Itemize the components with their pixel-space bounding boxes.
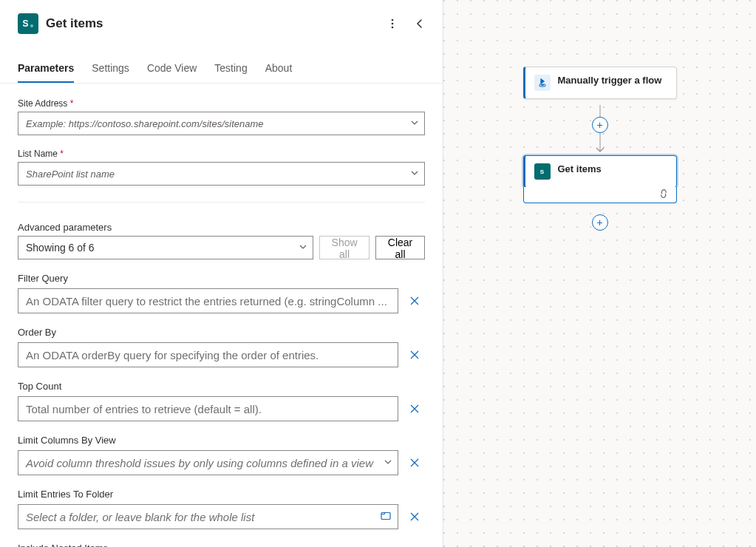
param-top-count: Top Count Total number of entries to ret… xyxy=(18,381,425,421)
order-by-input[interactable]: An ODATA orderBy query for specifying th… xyxy=(18,342,398,367)
action-footer xyxy=(523,187,677,203)
advanced-showing-select[interactable]: Showing 6 of 6 xyxy=(18,236,313,259)
tab-settings[interactable]: Settings xyxy=(92,62,129,83)
add-step-after-button[interactable]: + xyxy=(592,214,608,231)
form-body: Site Address Example: https://contoso.sh… xyxy=(0,84,443,547)
svg-rect-4 xyxy=(381,513,390,520)
tab-code-view[interactable]: Code View xyxy=(147,62,197,83)
remove-top-count-button[interactable] xyxy=(404,398,425,419)
link-icon xyxy=(658,188,669,201)
svg-point-3 xyxy=(392,27,394,29)
remove-order-by-button[interactable] xyxy=(404,344,425,365)
remove-limit-columns-button[interactable] xyxy=(404,452,425,473)
trigger-label: Manually trigger a flow xyxy=(558,75,662,87)
divider xyxy=(18,202,425,203)
remove-filter-query-button[interactable] xyxy=(404,291,425,311)
flow-canvas[interactable]: Manually trigger a flow + S Get items + xyxy=(443,0,756,547)
action-node-selected[interactable]: S Get items xyxy=(523,155,677,188)
panel-title: Get items xyxy=(46,16,384,31)
list-name-input[interactable]: SharePoint list name xyxy=(18,162,425,186)
include-nested-label: Include Nested Items xyxy=(18,543,425,547)
tabs: Parameters Settings Code View Testing Ab… xyxy=(0,35,443,84)
panel-header: S Get items xyxy=(0,0,443,35)
top-count-label: Top Count xyxy=(18,381,425,392)
top-count-input[interactable]: Total number of entries to retrieve (def… xyxy=(18,396,398,421)
advanced-heading: Advanced parameters xyxy=(18,222,425,233)
trigger-icon xyxy=(534,75,551,91)
sharepoint-icon: S xyxy=(18,13,38,34)
remove-limit-folder-button[interactable] xyxy=(404,506,425,527)
param-limit-folder: Limit Entries To Folder Select a folder,… xyxy=(18,489,425,529)
action-label: Get items xyxy=(558,163,602,176)
limit-folder-input[interactable]: Select a folder, or leave blank for the … xyxy=(18,504,398,529)
tab-about[interactable]: About xyxy=(265,62,293,83)
param-order-by: Order By An ODATA orderBy query for spec… xyxy=(18,327,425,367)
more-options-button[interactable] xyxy=(384,15,401,33)
list-name-label: List Name xyxy=(18,149,425,159)
svg-point-5 xyxy=(542,80,543,81)
filter-query-input[interactable]: An ODATA filter query to restrict the en… xyxy=(18,288,398,313)
action-config-panel: S Get items Parameters Settings Code Vie… xyxy=(0,0,443,547)
svg-point-0 xyxy=(30,24,33,27)
arrow-down-icon xyxy=(596,143,605,156)
site-address-input[interactable]: Example: https://contoso.sharepoint.com/… xyxy=(18,112,425,135)
site-address-label: Site Address xyxy=(18,98,425,109)
field-site-address: Site Address Example: https://contoso.sh… xyxy=(18,98,425,135)
order-by-label: Order By xyxy=(18,327,425,338)
tab-testing[interactable]: Testing xyxy=(214,62,247,83)
folder-picker-icon[interactable] xyxy=(380,510,392,524)
svg-point-2 xyxy=(392,23,394,25)
show-all-button[interactable]: Show all xyxy=(319,236,370,259)
connector: + xyxy=(599,105,601,155)
sharepoint-icon: S xyxy=(534,163,551,180)
param-include-nested: Include Nested Items Return entries cont… xyxy=(18,543,425,547)
clear-all-button[interactable]: Clear all xyxy=(375,236,425,259)
collapse-panel-button[interactable] xyxy=(412,16,428,32)
limit-columns-label: Limit Columns By View xyxy=(18,435,425,446)
svg-point-1 xyxy=(392,19,394,21)
limit-folder-label: Limit Entries To Folder xyxy=(18,489,425,500)
field-list-name: List Name SharePoint list name xyxy=(18,149,425,186)
filter-query-label: Filter Query xyxy=(18,273,425,284)
add-step-button[interactable]: + xyxy=(592,117,608,133)
advanced-controls: Showing 6 of 6 Show all Clear all xyxy=(18,236,425,259)
tab-parameters[interactable]: Parameters xyxy=(18,62,74,83)
limit-columns-input[interactable]: Avoid column threshold issues by only us… xyxy=(18,450,398,475)
param-filter-query: Filter Query An ODATA filter query to re… xyxy=(18,273,425,313)
trigger-node[interactable]: Manually trigger a flow xyxy=(523,67,677,99)
param-limit-columns: Limit Columns By View Avoid column thres… xyxy=(18,435,425,475)
